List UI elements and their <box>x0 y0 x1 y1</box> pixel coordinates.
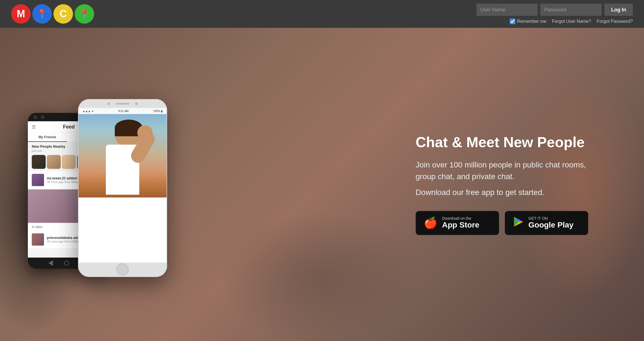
header-links: Remember me Forgot User Name? Forgot Pas… <box>510 19 633 24</box>
iphone-top-bar <box>79 100 167 108</box>
appstore-sub: Download on the <box>442 216 479 220</box>
googleplay-text: GET IT ON Google Play <box>528 216 574 230</box>
hero-description: Join over 100 million people in public c… <box>416 159 588 183</box>
appstore-main: App Store <box>442 220 479 230</box>
remember-me-label[interactable]: Remember me <box>510 19 547 24</box>
hero-cta: Download our free app to get started. <box>416 188 588 197</box>
app-feed-title: Feed <box>63 124 75 130</box>
iphone-bottom-bar <box>79 263 167 276</box>
appstore-text: Download on the App Store <box>442 216 479 230</box>
remember-me-text: Remember me <box>517 19 547 24</box>
header-inputs: Log In <box>476 4 633 16</box>
googleplay-main: Google Play <box>528 220 574 230</box>
logo-o1: 📍 <box>32 4 52 24</box>
apple-icon: 🍎 <box>424 217 438 230</box>
remember-me-checkbox[interactable] <box>510 19 515 24</box>
avatar-3 <box>62 155 76 169</box>
status-battery: 100% ▮ <box>153 110 163 113</box>
header: M 📍 C 📍 Log In Remember me Forgot User N… <box>0 0 644 28</box>
username-input[interactable] <box>476 4 538 16</box>
iphone-screen: ▲▲▲ ✦ 9:41 AM 100% ▮ <box>79 108 167 263</box>
iphone-speaker <box>116 103 130 105</box>
android-camera <box>33 115 37 119</box>
status-time: 9:41 AM <box>118 110 129 113</box>
forgot-password-link[interactable]: Forgot Password? <box>597 19 633 24</box>
iphone-home-button[interactable] <box>116 263 129 276</box>
status-signal: ▲▲▲ ✦ <box>82 110 94 113</box>
android-speaker <box>41 115 45 119</box>
back-button[interactable] <box>48 260 53 266</box>
app-section-subtitle: just now <box>32 149 42 152</box>
feed-avatar-2 <box>32 233 44 246</box>
googleplay-button[interactable]: GET IT ON Google Play <box>505 211 588 235</box>
feed-avatar-1 <box>32 174 44 186</box>
iphone-camera-2 <box>135 102 138 105</box>
iphone-status-bar: ▲▲▲ ✦ 9:41 AM 100% ▮ <box>79 108 167 114</box>
appstore-button[interactable]: 🍎 Download on the App Store <box>416 211 499 235</box>
iphone: ▲▲▲ ✦ 9:41 AM 100% ▮ <box>78 99 167 277</box>
logo-o2: 📍 <box>75 4 94 24</box>
hero-content: Chat & Meet New People Join over 100 mil… <box>416 134 588 235</box>
forgot-username-link[interactable]: Forgot User Name? <box>552 19 591 24</box>
logo-c: C <box>53 4 73 24</box>
store-buttons: 🍎 Download on the App Store <box>416 211 588 235</box>
logo-m: M <box>11 4 31 24</box>
avatar-2 <box>47 155 61 169</box>
iphone-camera <box>107 102 110 105</box>
tab-my-friends[interactable]: My Friends <box>28 133 67 142</box>
login-button[interactable]: Log In <box>604 4 633 16</box>
googleplay-sub: GET IT ON <box>528 216 574 220</box>
hamburger-icon: ☰ <box>32 124 36 130</box>
password-input[interactable] <box>540 4 602 16</box>
hero-section: ☰ Feed My Friends Near Me New People Nea… <box>0 28 644 341</box>
home-button[interactable] <box>64 261 69 266</box>
avatar-1 <box>32 155 46 169</box>
phones-area: ☰ Feed My Friends Near Me New People Nea… <box>22 91 217 341</box>
header-right: Log In Remember me Forgot User Name? For… <box>476 4 633 24</box>
logo: M 📍 C 📍 <box>11 4 94 24</box>
googleplay-icon <box>513 216 524 230</box>
iphone-photo <box>79 114 167 197</box>
hero-title: Chat & Meet New People <box>416 134 588 151</box>
